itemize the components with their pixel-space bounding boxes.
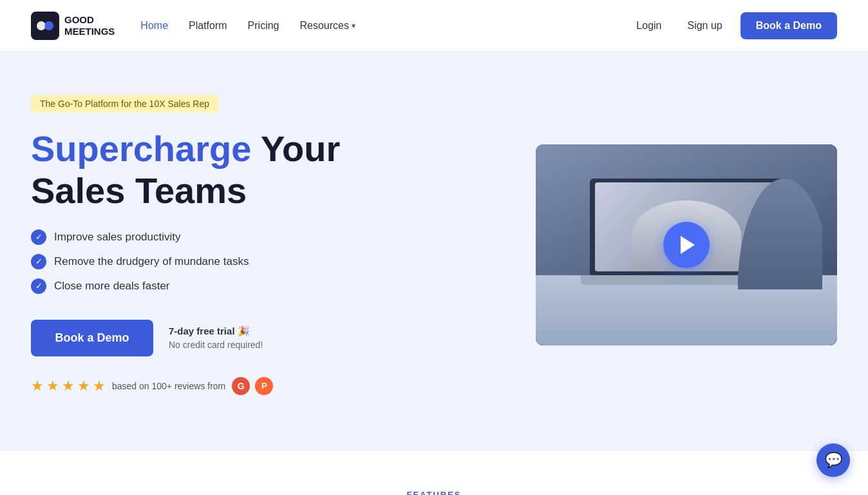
hero-cta-area: Book a Demo 7-day free trial 🎉 No credit… (31, 320, 340, 356)
star-rating: ★ ★ ★ ★ ★ (31, 378, 106, 394)
review-badges: G P (232, 377, 273, 395)
hero-trial-info: 7-day free trial 🎉 No credit card requir… (169, 325, 263, 350)
hero-feature-3: ✓ Close more deals faster (31, 278, 340, 294)
logo-icon (31, 12, 59, 40)
hero-reviews-area: ★ ★ ★ ★ ★ based on 100+ reviews from G P (31, 377, 340, 395)
play-icon (681, 236, 695, 254)
navbar: GOOD MEETINGS Home Platform Pricing Reso… (0, 0, 868, 52)
hero-features-list: ✓ Improve sales productivity ✓ Remove th… (31, 229, 340, 294)
hero-trial-bottom: No credit card required! (169, 340, 263, 350)
video-play-button[interactable] (663, 222, 710, 268)
check-icon-2: ✓ (31, 254, 46, 269)
g2-badge: G (232, 377, 250, 395)
nav-pricing[interactable]: Pricing (248, 20, 279, 32)
check-icon-3: ✓ (31, 278, 46, 294)
nav-platform[interactable]: Platform (189, 20, 227, 32)
hero-title-highlight: Supercharge (31, 128, 251, 169)
hero-video-area (536, 144, 837, 345)
hero-section: The Go-To Platform for the 10X Sales Rep… (0, 52, 868, 451)
hero-feature-label-2: Remove the drudgery of mundane tasks (54, 255, 249, 268)
nav-resources[interactable]: Resources ▾ (300, 20, 355, 32)
hero-feature-2: ✓ Remove the drudgery of mundane tasks (31, 254, 340, 269)
star-2: ★ (46, 378, 59, 394)
hero-book-demo-button[interactable]: Book a Demo (31, 320, 153, 356)
features-section: FEATURES Accelerate sales outcomes using… (0, 451, 868, 495)
chat-icon: 💬 (825, 452, 842, 469)
hero-feature-label-3: Close more deals faster (54, 280, 170, 293)
navbar-right: Login Sign up Book a Demo (628, 12, 837, 39)
svg-point-1 (44, 21, 53, 30)
star-5: ★ (93, 378, 106, 394)
chat-button[interactable]: 💬 (816, 443, 850, 477)
nav-home[interactable]: Home (140, 20, 168, 32)
star-3: ★ (62, 378, 75, 394)
nav-links: Home Platform Pricing Resources ▾ (140, 20, 355, 32)
check-icon-1: ✓ (31, 229, 46, 245)
video-container[interactable] (536, 144, 837, 345)
chevron-down-icon: ▾ (352, 21, 355, 30)
star-4: ★ (77, 378, 90, 394)
producthunt-badge: P (255, 377, 273, 395)
logo[interactable]: GOOD MEETINGS (31, 12, 115, 40)
navbar-left: GOOD MEETINGS Home Platform Pricing Reso… (31, 12, 355, 40)
hero-feature-label-1: Improve sales productivity (54, 231, 181, 244)
hero-feature-1: ✓ Improve sales productivity (31, 229, 340, 245)
signup-button[interactable]: Sign up (679, 15, 730, 37)
hero-title: Supercharge YourSales Teams (31, 128, 340, 211)
features-label: FEATURES (31, 490, 837, 495)
logo-text: GOOD MEETINGS (64, 14, 115, 37)
svg-point-0 (37, 21, 46, 30)
hero-reviews-text: based on 100+ reviews from (112, 381, 225, 391)
hero-trial-top: 7-day free trial 🎉 (169, 325, 263, 337)
hero-content: The Go-To Platform for the 10X Sales Rep… (31, 95, 340, 395)
star-1: ★ (31, 378, 44, 394)
hero-badge: The Go-To Platform for the 10X Sales Rep (31, 95, 218, 113)
nav-book-demo-button[interactable]: Book a Demo (741, 12, 837, 39)
login-button[interactable]: Login (628, 15, 669, 37)
